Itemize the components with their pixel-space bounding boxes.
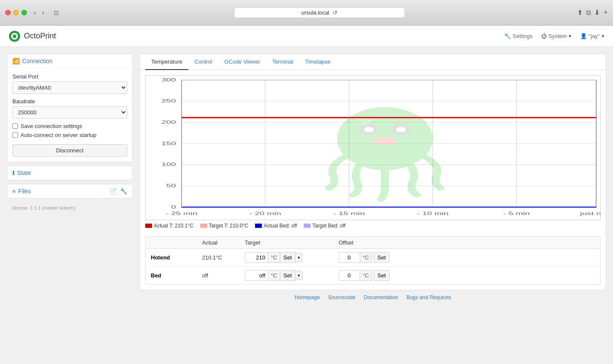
temperature-chart: 0 50 100 150 200 250 300 - 25 min - 20 m… [146,76,600,220]
homepage-link[interactable]: Homepage [295,294,320,300]
download-button[interactable]: ⬇ [594,9,600,17]
bed-label: Bed [151,272,202,279]
bugs-link[interactable]: Bugs and Requests [406,294,451,300]
back-button[interactable]: ‹ [31,8,38,17]
files-wrench-button[interactable]: 🔧 [120,188,127,195]
system-chevron-icon: ▾ [569,33,572,39]
user-link[interactable]: 👤 "jay" ▾ [580,33,604,39]
nav-right: 🔧 Settings ⏻ System ▾ 👤 "jay" ▾ [504,33,604,39]
serial-port-label: Serial Port [12,73,127,80]
power-icon: ⏻ [541,33,547,39]
upload-file-button[interactable]: 📄 [109,188,117,195]
tab-timelapse[interactable]: Timelapse [299,54,336,70]
save-settings-checkbox[interactable] [12,123,18,129]
files-panel: ≡ Files 📄 🔧 [7,184,133,198]
bed-set-dropdown[interactable]: ▾ [296,271,302,280]
bed-row: Bed off °C Set ▾ °C Set [146,267,600,284]
tab-terminal[interactable]: Terminal [266,54,299,70]
maximize-button[interactable] [21,10,27,15]
svg-point-20 [364,127,373,132]
temperature-table-section: Actual Target Offset Hotend 210.1°C °C S [140,236,606,290]
legend-target-t-swatch [200,224,207,228]
state-panel-title: ℹ State [12,169,31,176]
state-panel-header: ℹ State [7,166,132,180]
legend-target-bed-label: Target Bed: off [312,223,346,229]
svg-text:- 15 min: - 15 min [333,211,365,216]
baudrate-select[interactable]: 250000 115200 57600 [12,106,127,119]
user-chevron-icon: ▾ [601,33,604,39]
files-panel-header: ≡ Files 📄 🔧 [7,184,132,198]
app-title: OctoPrint [24,32,56,41]
auto-connect-label: Auto-connect on server startup [21,132,97,138]
main-layout: 📶 Connection Serial Port /dev/ttyAMA0 /d… [0,47,613,312]
logo-icon [9,30,21,42]
sidebar-toggle-button[interactable]: ⊡ [51,9,62,17]
header-target: Target [245,239,339,246]
system-link[interactable]: ⏻ System ▾ [541,33,572,39]
svg-point-2 [13,35,16,38]
reload-icon[interactable]: ↺ [333,9,337,16]
new-tab-button[interactable]: + [603,8,608,17]
content-area: Temperature Control GCode Viewer Termina… [140,54,606,305]
auto-connect-group: Auto-connect on server startup [12,132,127,138]
tab-temperature[interactable]: Temperature [145,54,188,70]
hotend-offset-input[interactable] [339,252,360,263]
user-icon: 👤 [580,33,587,39]
hotend-target-group: °C Set ▾ [245,252,339,263]
bed-offset-input[interactable] [339,270,360,281]
forward-button[interactable]: › [39,8,47,17]
documentation-link[interactable]: Documentation [364,294,398,300]
svg-text:200: 200 [161,119,176,125]
minimize-button[interactable] [13,10,19,15]
connection-panel-header: 📶 Connection [7,54,132,68]
duplicate-button[interactable]: ⧉ [586,9,591,17]
hotend-target-unit: °C [268,252,280,263]
hotend-offset-group: °C Set [339,252,416,263]
legend-target-bed: Target Bed: off [304,223,346,229]
settings-link[interactable]: 🔧 Settings [504,33,533,39]
baudrate-label: Baudrate [12,98,127,105]
settings-icon: 🔧 [504,33,511,39]
legend-actual-t: Actual T: 210.1°C [145,223,194,229]
signal-icon: 📶 [12,58,20,64]
svg-point-22 [373,137,397,145]
state-title-text: State [17,169,31,176]
url-text: ursula.local [301,9,329,16]
tab-gcode-viewer[interactable]: GCode Viewer [218,54,266,70]
traffic-lights [5,10,27,15]
header-offset: Offset [339,239,416,246]
share-button[interactable]: ⬆ [577,9,583,17]
svg-text:- 10 min: - 10 min [417,211,449,216]
footer: Homepage Sourcecode Documentation Bugs a… [140,290,606,305]
chart-container: 0 50 100 150 200 250 300 - 25 min - 20 m… [140,70,606,236]
save-settings-group: Save connection settings [12,123,127,129]
address-bar[interactable]: ursula.local ↺ [234,7,405,18]
bed-set-button[interactable]: Set [280,270,296,281]
close-button[interactable] [5,10,11,15]
svg-text:250: 250 [161,98,176,104]
tab-control[interactable]: Control [188,54,218,70]
temperature-table-wrapper: Actual Target Offset Hotend 210.1°C °C S [145,236,601,285]
legend-target-t-label: Target T: 210.0°C [209,223,249,229]
svg-text:- 25 min: - 25 min [166,211,197,216]
hotend-target-input[interactable] [245,252,268,263]
hotend-set-dropdown[interactable]: ▾ [296,253,302,262]
legend-actual-bed: Actual Bed: off [255,223,297,229]
user-label: "jay" [589,33,600,39]
auto-connect-checkbox[interactable] [12,132,18,138]
hotend-set-button[interactable]: Set [280,252,296,263]
bed-offset-set-button[interactable]: Set [374,270,390,281]
logo: OctoPrint [9,30,56,42]
disconnect-button[interactable]: Disconnect [12,144,127,157]
state-panel: ℹ State [7,166,133,181]
serial-port-select[interactable]: /dev/ttyAMA0 /dev/ttyUSB0 AUTO [12,82,127,94]
chart-legend: Actual T: 210.1°C Target T: 210.0°C Actu… [145,220,601,231]
connection-panel-body: Serial Port /dev/ttyAMA0 /dev/ttyUSB0 AU… [7,68,132,162]
sourcecode-link[interactable]: Sourcecode [328,294,355,300]
app-container: OctoPrint 🔧 Settings ⏻ System ▾ 👤 "jay" … [0,26,613,364]
info-icon: ℹ [12,170,15,176]
hotend-actual: 210.1°C [202,254,245,261]
hotend-offset-set-button[interactable]: Set [374,252,390,263]
serial-port-group: Serial Port /dev/ttyAMA0 /dev/ttyUSB0 AU… [12,73,127,94]
bed-target-input[interactable] [245,270,268,281]
